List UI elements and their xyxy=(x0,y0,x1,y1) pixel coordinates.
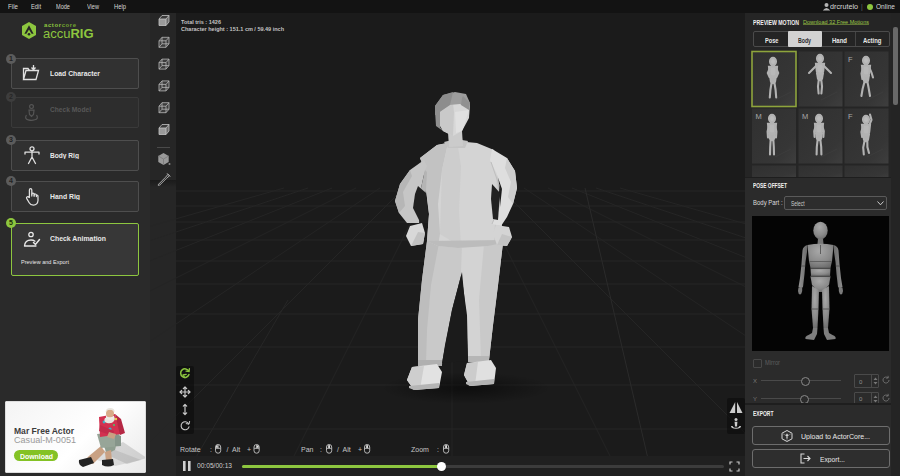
svg-text:Rotate: Rotate xyxy=(180,446,201,453)
svg-text:Pan: Pan xyxy=(301,446,314,453)
svg-text:F: F xyxy=(848,55,853,64)
svg-text:+: + xyxy=(358,446,362,453)
svg-text:Alt: Alt xyxy=(232,446,240,453)
svg-text:Alt: Alt xyxy=(343,446,351,453)
svg-text:Zoom: Zoom xyxy=(411,446,429,453)
svg-text:/: / xyxy=(337,446,339,453)
svg-text:+: + xyxy=(247,446,251,453)
svg-text:F: F xyxy=(848,112,853,121)
svg-text::: : xyxy=(210,446,212,453)
svg-text:M: M xyxy=(802,112,808,121)
svg-text::: : xyxy=(437,446,439,453)
svg-text::: : xyxy=(320,446,322,453)
svg-text:M: M xyxy=(756,112,762,121)
svg-text:/: / xyxy=(227,446,229,453)
